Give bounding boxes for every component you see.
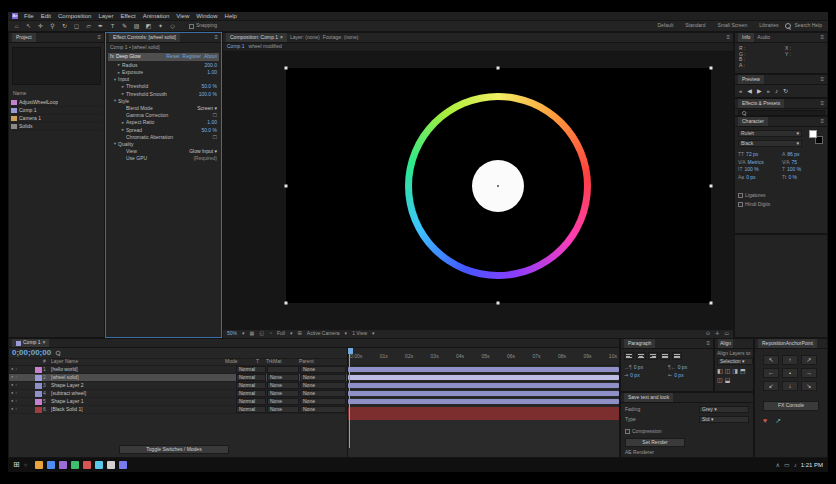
tool-icon[interactable]: ✎ — [120, 22, 129, 31]
timeline-layer-row[interactable]: ●▫ 1 [hello world] Normal None — [9, 366, 347, 374]
eye-icon[interactable]: ● — [11, 367, 13, 371]
search-help[interactable]: Search Help — [794, 23, 822, 29]
layer-duration-bar[interactable] — [348, 375, 619, 380]
eye-icon[interactable]: ● — [11, 399, 13, 403]
label-color-chip[interactable] — [11, 124, 17, 129]
param-value[interactable]: 1.00 — [207, 70, 217, 76]
roi-icon[interactable]: ⊞ — [298, 331, 302, 337]
parent-select[interactable]: None — [300, 366, 346, 373]
lock-icon[interactable]: ▫ — [15, 407, 16, 411]
tool-icon[interactable]: ▱ — [84, 22, 93, 31]
audio-tab[interactable]: Audio — [757, 35, 770, 41]
tool-icon[interactable]: ✒ — [96, 22, 105, 31]
effect-controls-tab[interactable]: Effect Controls: [wheel solid] — [109, 33, 180, 42]
blend-mode-select[interactable]: Normal — [236, 366, 266, 373]
layer-duration-bar[interactable] — [348, 399, 619, 404]
script-panel-tab[interactable]: RepositionAnchorPoint — [758, 339, 817, 348]
layer-handle[interactable] — [497, 302, 500, 305]
layer-color-chip[interactable] — [35, 399, 42, 405]
compression-checkbox[interactable] — [625, 429, 630, 434]
justify-center-icon[interactable] — [672, 352, 682, 360]
tool-icon[interactable]: ✛ — [36, 22, 45, 31]
tool-icon[interactable]: ◇ — [168, 22, 177, 31]
paragraph-field[interactable]: ¶← 0 px — [668, 365, 710, 371]
eye-icon[interactable]: ● — [11, 383, 13, 387]
preview-tab[interactable]: Preview — [738, 75, 764, 84]
parent-select[interactable]: None — [300, 382, 346, 389]
parent-select[interactable]: None — [300, 406, 346, 413]
fill-stroke-swatches[interactable] — [809, 130, 823, 144]
eye-icon[interactable]: ● — [11, 391, 13, 395]
text-look-select[interactable]: Std ▾ — [699, 416, 749, 423]
character-metric[interactable]: V⁄A 75 — [782, 160, 824, 166]
guides-icon[interactable]: ✛ — [715, 331, 719, 337]
view-layout-select[interactable]: 1 View — [352, 331, 367, 337]
current-timecode[interactable]: 0;00;00;00 — [12, 349, 51, 358]
timeline-layer-row[interactable]: ●▫ 6 [Black Solid 1] Normal None None — [9, 406, 347, 414]
character-option[interactable]: Hindi Digits — [738, 202, 824, 208]
text-look-select[interactable]: Grey ▾ — [699, 406, 749, 413]
align-tab[interactable]: Align — [718, 339, 733, 348]
layer-color-chip[interactable] — [35, 375, 42, 381]
project-item[interactable]: Comp 1 — [11, 107, 102, 115]
text-look-tab[interactable]: Save text and look — [624, 393, 673, 402]
close-icon[interactable]: × — [280, 35, 283, 41]
set-render-button[interactable]: Set Render — [625, 438, 685, 447]
menu-item[interactable]: Layer — [98, 13, 113, 20]
tool-icon[interactable]: T — [108, 22, 117, 31]
blend-mode-select[interactable]: Normal — [236, 406, 266, 413]
tool-icon[interactable]: ◩ — [144, 22, 153, 31]
taskbar-app-icon[interactable] — [119, 461, 127, 469]
anchor-position-button[interactable]: • — [782, 368, 798, 378]
justify-icon[interactable] — [660, 352, 670, 360]
param-value[interactable]: 50.0 % — [201, 128, 217, 134]
menu-item[interactable]: Window — [196, 13, 217, 20]
timeline-layer-row[interactable]: ●▫ 5 Shape Layer 1 Normal None None — [9, 398, 347, 406]
grid-icon[interactable]: ▦ — [250, 331, 255, 337]
blend-mode-select[interactable]: Normal — [236, 398, 266, 405]
paragraph-field[interactable]: →¶ 0 px — [624, 365, 666, 371]
blend-mode-select[interactable]: Normal — [236, 382, 266, 389]
share-icon[interactable]: ↗ — [775, 417, 781, 425]
close-icon[interactable]: × — [43, 340, 46, 346]
eye-icon[interactable]: ● — [11, 375, 13, 379]
network-icon[interactable]: ▭ — [784, 462, 790, 469]
fx-console-button[interactable]: FX Console — [763, 401, 819, 411]
paragraph-field[interactable]: ⇥ 0 px — [624, 373, 666, 379]
menu-item[interactable]: Composition — [58, 13, 91, 20]
layer-name[interactable]: [wheel solid] — [51, 375, 235, 381]
param-value[interactable]: 100.0 % — [199, 92, 217, 98]
font-family-select[interactable]: Ruleh▾ — [738, 130, 802, 137]
current-time-indicator[interactable] — [349, 348, 350, 448]
label-color-chip[interactable] — [11, 108, 17, 113]
align-action-icon[interactable]: ◫ — [717, 377, 723, 384]
layer-handle[interactable] — [285, 185, 288, 188]
effect-link[interactable]: Register — [182, 54, 201, 60]
layer-handle[interactable] — [710, 67, 713, 70]
trkmat-select[interactable]: None — [267, 390, 299, 397]
layer-duration-bar[interactable] — [348, 391, 619, 396]
taskbar-app-icon[interactable] — [71, 461, 79, 469]
transport-button[interactable]: ▶ — [757, 88, 762, 95]
footage-tab[interactable]: Footage: (none) — [323, 35, 359, 41]
camera-select[interactable]: Active Camera — [307, 331, 340, 337]
align-right-icon[interactable] — [648, 352, 658, 360]
layer-name[interactable]: [hello world] — [51, 367, 235, 373]
workspace-tab[interactable]: Default — [654, 23, 676, 29]
layer-handle[interactable] — [285, 302, 288, 305]
panel-menu-icon[interactable]: ≡ — [820, 100, 824, 107]
search-circle-icon[interactable]: ○ — [24, 462, 28, 469]
param-value[interactable]: (Required) — [193, 156, 217, 162]
layer-duration-bar[interactable] — [348, 407, 619, 420]
layer-name[interactable]: Shape Layer 1 — [51, 399, 235, 405]
anchor-position-button[interactable]: ↗ — [801, 355, 817, 365]
param-value[interactable]: Glow Input ▾ — [189, 149, 217, 155]
panel-menu-icon[interactable]: ≡ — [726, 34, 730, 41]
align-action-icon[interactable]: ◫ — [725, 368, 731, 375]
align-action-icon[interactable]: ◨ — [732, 368, 738, 375]
param-value[interactable]: Screen ▾ — [197, 106, 217, 112]
layer-name[interactable]: Shape Layer 2 — [51, 383, 235, 389]
trkmat-select[interactable]: None — [267, 382, 299, 389]
timeline-layer-row[interactable]: ●▫ 2 [wheel solid] Normal None None — [9, 374, 347, 382]
anchor-position-button[interactable]: ← — [763, 368, 779, 378]
